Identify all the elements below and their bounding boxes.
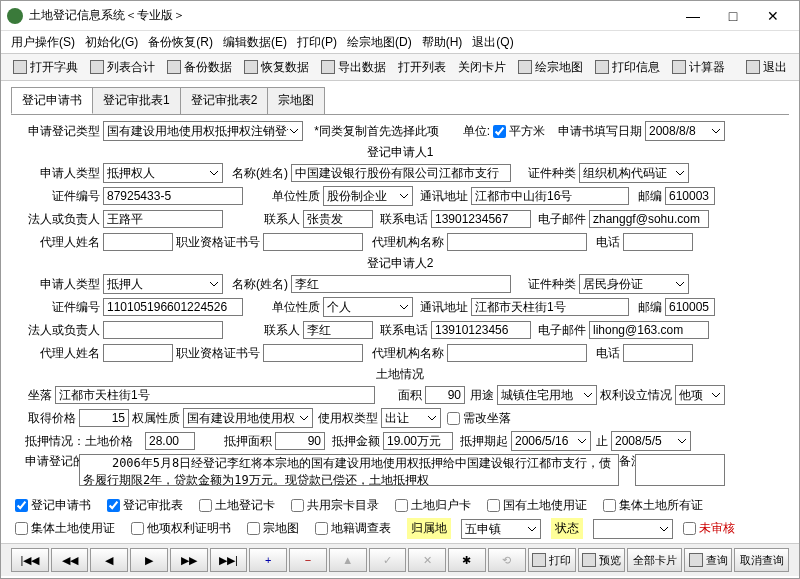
belong-select[interactable]: 五申镇 bbox=[461, 519, 541, 539]
nav-next[interactable]: ▶ bbox=[130, 548, 168, 572]
s2-phone[interactable] bbox=[431, 321, 531, 339]
mort-price[interactable] bbox=[145, 432, 195, 450]
nav-query[interactable]: 查询 bbox=[684, 548, 732, 572]
s1-type[interactable]: 抵押权人 bbox=[103, 163, 223, 183]
land-right[interactable]: 他项 bbox=[675, 385, 725, 405]
nav-book[interactable]: ⟲ bbox=[488, 548, 526, 572]
tb-list-sum[interactable]: 列表合计 bbox=[86, 57, 159, 78]
chk-shared[interactable]: 共用宗卡目录 bbox=[291, 497, 379, 514]
nav-print[interactable]: 打印 bbox=[528, 548, 576, 572]
s2-unit[interactable]: 个人 bbox=[323, 297, 413, 317]
nav-add[interactable]: + bbox=[249, 548, 287, 572]
tb-restore[interactable]: 恢复数据 bbox=[240, 57, 313, 78]
nav-allcards[interactable]: 全部卡片 bbox=[627, 548, 682, 572]
land-area[interactable] bbox=[425, 386, 465, 404]
reason-text[interactable]: 2006年5月8日经登记李红将本宗地的国有建设用地使用权抵押给中国建设银行江都市… bbox=[79, 454, 619, 486]
tb-open-list[interactable]: 打开列表 bbox=[394, 57, 450, 78]
nav-ok[interactable]: ✓ bbox=[369, 548, 407, 572]
chk-approve[interactable]: 登记审批表 bbox=[107, 497, 183, 514]
chk-household[interactable]: 土地归户卡 bbox=[395, 497, 471, 514]
chk-landcard[interactable]: 土地登记卡 bbox=[199, 497, 275, 514]
s2-org[interactable] bbox=[447, 344, 587, 362]
note-text[interactable] bbox=[635, 454, 725, 486]
fill-date-field[interactable]: 2008/8/8 bbox=[645, 121, 725, 141]
state-select[interactable] bbox=[593, 519, 673, 539]
s2-agent[interactable] bbox=[103, 344, 173, 362]
land-use[interactable]: 城镇住宅用地 bbox=[497, 385, 597, 405]
nav-ref[interactable]: ✱ bbox=[448, 548, 486, 572]
s1-no[interactable] bbox=[103, 187, 243, 205]
need-change-loc[interactable]: 需改坐落 bbox=[447, 410, 511, 427]
chk-other-right[interactable]: 他项权利证明书 bbox=[131, 520, 231, 537]
s1-phone[interactable] bbox=[431, 210, 531, 228]
menu-user[interactable]: 用户操作(S) bbox=[7, 32, 79, 53]
mort-end[interactable]: 2008/5/5 bbox=[611, 431, 691, 451]
s1-tel[interactable] bbox=[623, 233, 693, 251]
chk-unaudit[interactable]: 未审核 bbox=[683, 520, 735, 537]
s1-org[interactable] bbox=[447, 233, 587, 251]
s1-contact[interactable] bbox=[303, 210, 373, 228]
tab-parcel-map[interactable]: 宗地图 bbox=[267, 87, 325, 114]
tb-close-card[interactable]: 关闭卡片 bbox=[454, 57, 510, 78]
land-utype[interactable]: 出让 bbox=[381, 408, 441, 428]
menu-map[interactable]: 绘宗地图(D) bbox=[343, 32, 416, 53]
s1-agent[interactable] bbox=[103, 233, 173, 251]
nav-cancel[interactable]: ✕ bbox=[408, 548, 446, 572]
s1-email[interactable] bbox=[589, 210, 709, 228]
s2-no[interactable] bbox=[103, 298, 243, 316]
land-loc[interactable] bbox=[55, 386, 375, 404]
tab-apply[interactable]: 登记申请书 bbox=[11, 87, 93, 114]
chk-coll-use[interactable]: 集体土地使用证 bbox=[15, 520, 115, 537]
tb-export[interactable]: 导出数据 bbox=[317, 57, 390, 78]
tb-open-dict[interactable]: 打开字典 bbox=[9, 57, 82, 78]
menu-backup[interactable]: 备份恢复(R) bbox=[144, 32, 217, 53]
nav-nextpage[interactable]: ▶▶ bbox=[170, 548, 208, 572]
land-attr[interactable]: 国有建设用地使用权 bbox=[183, 408, 313, 428]
s2-qual[interactable] bbox=[263, 344, 363, 362]
chk-state-cert[interactable]: 国有土地使用证 bbox=[487, 497, 587, 514]
nav-edit[interactable]: ▲ bbox=[329, 548, 367, 572]
nav-preview[interactable]: 预览 bbox=[578, 548, 626, 572]
tb-draw-map[interactable]: 绘宗地图 bbox=[514, 57, 587, 78]
tb-exit[interactable]: 退出 bbox=[742, 57, 791, 78]
tb-print-info[interactable]: 打印信息 bbox=[591, 57, 664, 78]
nav-unquery[interactable]: 取消查询 bbox=[734, 548, 789, 572]
mort-area[interactable] bbox=[275, 432, 325, 450]
tb-calc[interactable]: 计算器 bbox=[668, 57, 729, 78]
s2-contact[interactable] bbox=[303, 321, 373, 339]
menu-print[interactable]: 打印(P) bbox=[293, 32, 341, 53]
maximize-button[interactable]: □ bbox=[713, 2, 753, 30]
s1-legal[interactable] bbox=[103, 210, 223, 228]
s2-addr[interactable] bbox=[471, 298, 629, 316]
s1-cert[interactable]: 组织机构代码证 bbox=[579, 163, 689, 183]
s1-name[interactable] bbox=[291, 164, 511, 182]
chk-survey[interactable]: 地籍调查表 bbox=[315, 520, 391, 537]
s2-zip[interactable] bbox=[665, 298, 715, 316]
s2-type[interactable]: 抵押人 bbox=[103, 274, 223, 294]
unit-check[interactable]: 平方米 bbox=[493, 123, 545, 140]
s2-legal[interactable] bbox=[103, 321, 223, 339]
tab-approve1[interactable]: 登记审批表1 bbox=[92, 87, 181, 114]
menu-exit[interactable]: 退出(Q) bbox=[468, 32, 517, 53]
reg-type-select[interactable]: 国有建设用地使用权抵押权注销登记 bbox=[103, 121, 303, 141]
menu-edit[interactable]: 编辑数据(E) bbox=[219, 32, 291, 53]
land-price[interactable] bbox=[79, 409, 129, 427]
s1-unit[interactable]: 股份制企业 bbox=[323, 186, 413, 206]
nav-del[interactable]: − bbox=[289, 548, 327, 572]
menu-init[interactable]: 初始化(G) bbox=[81, 32, 142, 53]
s1-qual[interactable] bbox=[263, 233, 363, 251]
s2-cert[interactable]: 居民身份证 bbox=[579, 274, 689, 294]
tb-backup[interactable]: 备份数据 bbox=[163, 57, 236, 78]
s1-addr[interactable] bbox=[471, 187, 629, 205]
menu-help[interactable]: 帮助(H) bbox=[418, 32, 467, 53]
close-button[interactable]: ✕ bbox=[753, 2, 793, 30]
nav-first[interactable]: |◀◀ bbox=[11, 548, 49, 572]
s2-email[interactable] bbox=[589, 321, 709, 339]
mort-start[interactable]: 2006/5/16 bbox=[511, 431, 591, 451]
mort-amt[interactable] bbox=[383, 432, 453, 450]
nav-prev[interactable]: ◀ bbox=[90, 548, 128, 572]
chk-coll-own[interactable]: 集体土地所有证 bbox=[603, 497, 703, 514]
chk-apply[interactable]: 登记申请书 bbox=[15, 497, 91, 514]
tab-approve2[interactable]: 登记审批表2 bbox=[180, 87, 269, 114]
s2-tel[interactable] bbox=[623, 344, 693, 362]
